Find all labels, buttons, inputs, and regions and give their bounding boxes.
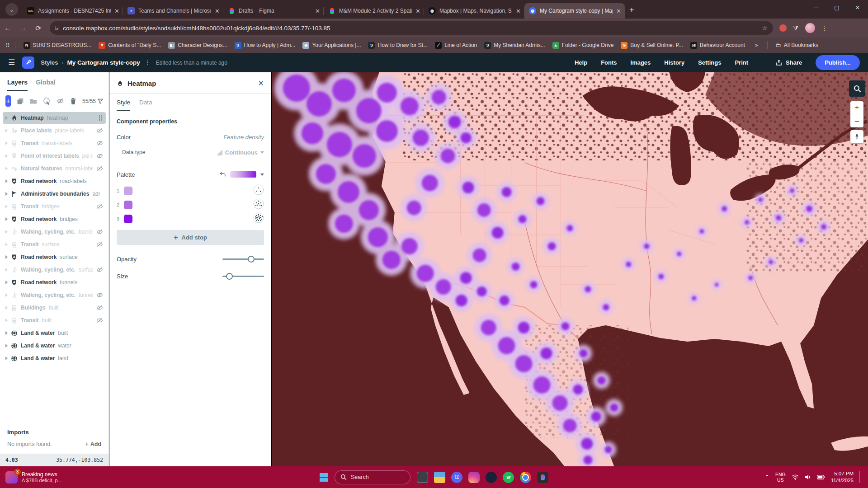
clock[interactable]: 5:07 PM 11/4/2025 (831, 470, 854, 484)
eye-off-icon[interactable] (96, 305, 103, 311)
layer-row-poi-labels[interactable]: Point of interest labelspoi-labels (3, 150, 106, 162)
map-search-button[interactable] (849, 80, 865, 97)
bookmark-item[interactable]: NSUKI'S DISASTROUS... (20, 41, 95, 50)
layer-row-admin[interactable]: Administrative boundariesadmin (3, 188, 106, 200)
layer-row-built[interactable]: Transitbuilt (3, 314, 106, 326)
tab-close-icon[interactable]: ✕ (315, 8, 320, 14)
taskbar-search[interactable]: Search (335, 470, 410, 484)
expand-caret-icon[interactable] (5, 344, 8, 347)
expand-caret-icon[interactable] (5, 154, 8, 158)
layer-row-bridges[interactable]: ARoad networkbridges (3, 213, 106, 225)
bookmark-item[interactable]: SHow to Apply | Adm... (231, 41, 299, 50)
screen-icon[interactable] (417, 472, 428, 483)
forward-button[interactable]: → (15, 24, 31, 32)
eye-off-icon[interactable] (96, 267, 103, 273)
browser-tab[interactable]: ◍Mapbox | Maps, Navigation, Se✕ (424, 3, 524, 19)
eye-off-icon[interactable] (96, 229, 103, 235)
opacity-slider[interactable] (222, 256, 264, 263)
battery-icon[interactable] (817, 475, 825, 479)
bookmark-item[interactable]: bEBehaviour Account (687, 41, 749, 50)
palette-gradient-swatch[interactable] (230, 171, 256, 178)
eye-off-icon[interactable] (96, 127, 103, 134)
browser-tab[interactable]: D2LAssignments - DESN27425 Inte✕ (23, 3, 123, 19)
tab-layers[interactable]: Layers (7, 79, 28, 91)
tab-style[interactable]: Style (117, 99, 130, 111)
color-value[interactable]: Feature density (223, 134, 264, 141)
wifi-icon[interactable] (792, 474, 799, 480)
expand-caret-icon[interactable] (5, 179, 8, 183)
tab-global[interactable]: Global (36, 79, 56, 91)
data-type-dropdown[interactable]: Continuous (217, 149, 264, 156)
spotify-icon[interactable] (503, 472, 514, 483)
stop-color-swatch[interactable] (124, 201, 132, 209)
eye-off-icon[interactable] (96, 203, 103, 210)
layer-row-tunnels[interactable]: Walking, cycling, etc.tunnels (3, 289, 106, 301)
window-maximize-button[interactable]: ▢ (826, 0, 847, 15)
tab-search-chevron-icon[interactable]: ⌄ (5, 3, 18, 16)
expand-caret-icon[interactable] (5, 255, 8, 259)
layer-row-surface[interactable]: ARoad networksurface (3, 251, 106, 263)
layer-row-surface[interactable]: Transitsurface (3, 239, 106, 250)
layer-row-natural-labels[interactable]: Natural featuresnatural-labels (3, 163, 106, 174)
eye-off-icon[interactable] (96, 165, 103, 172)
bookmark-item[interactable]: ▲Folder - Google Drive (549, 41, 618, 50)
size-slider[interactable] (222, 273, 264, 280)
zoom-out-button[interactable]: – (850, 114, 863, 127)
map-canvas[interactable]: + – (272, 72, 868, 466)
eye-off-icon[interactable] (96, 317, 103, 324)
expand-caret-icon[interactable] (5, 243, 8, 246)
expand-caret-icon[interactable] (5, 281, 8, 284)
all-bookmarks-button[interactable]: 🗀 All Bookmarks (772, 41, 822, 50)
expand-caret-icon[interactable] (5, 331, 8, 335)
eye-off-icon[interactable] (96, 292, 103, 298)
show-desktop-strip[interactable] (859, 471, 862, 483)
layer-row-road-labels[interactable]: ARoad networkroad-labels (3, 175, 106, 187)
style-name[interactable]: My Cartogram style-copy (67, 59, 140, 66)
site-info-icon[interactable]: ⍈ (55, 25, 58, 31)
group-folder-icon[interactable] (30, 98, 37, 104)
bookmark-item[interactable]: ⟋Line of Action (431, 41, 481, 50)
tab-close-icon[interactable]: ✕ (114, 8, 119, 14)
expand-caret-icon[interactable] (5, 293, 8, 297)
delete-layer-icon[interactable] (70, 98, 76, 105)
style-options-icon[interactable]: ⋮ (145, 59, 151, 66)
reset-undo-icon[interactable] (219, 171, 226, 178)
discord-icon[interactable]: ᗧ (451, 472, 462, 483)
file-explorer-icon[interactable] (434, 472, 445, 483)
close-panel-icon[interactable]: ✕ (258, 79, 264, 88)
stop-color-swatch[interactable] (124, 215, 132, 223)
expand-caret-icon[interactable] (5, 141, 8, 145)
expand-caret-icon[interactable] (5, 129, 8, 132)
tab-close-icon[interactable]: ✕ (215, 8, 220, 14)
bookmark-star-icon[interactable]: ☆ (762, 24, 768, 32)
tab-close-icon[interactable]: ✕ (415, 8, 420, 14)
zoom-in-button[interactable]: + (850, 101, 863, 114)
expand-caret-icon[interactable] (5, 357, 8, 360)
expand-caret-icon[interactable] (5, 217, 8, 221)
layer-row-built[interactable]: Buildingsbuilt (3, 302, 106, 314)
reload-button[interactable]: ⟳ (31, 24, 46, 33)
opacity-slider-handle[interactable] (248, 256, 255, 263)
tray-chevron-icon[interactable]: ⌃ (765, 474, 769, 480)
share-button[interactable]: Share (776, 59, 802, 66)
eye-off-icon[interactable] (96, 153, 103, 159)
volume-icon[interactable] (805, 474, 811, 480)
eye-off-icon[interactable] (96, 241, 103, 248)
expand-caret-icon[interactable] (5, 192, 8, 196)
imports-add-button[interactable]: + Add (85, 441, 101, 447)
nav-settings[interactable]: Settings (698, 59, 721, 66)
layer-count[interactable]: 55/55 (82, 98, 103, 104)
back-button[interactable]: ← (0, 24, 15, 32)
expand-caret-icon[interactable] (5, 230, 8, 234)
publish-button[interactable]: Publish... (816, 55, 860, 70)
toggle-visibility-icon[interactable] (57, 98, 64, 104)
tab-close-icon[interactable]: ✕ (616, 8, 621, 14)
new-tab-button[interactable]: + (629, 5, 634, 15)
news-widget[interactable]: 3 Breaking news A $78B deficit, p... (0, 466, 67, 488)
layer-row-water[interactable]: Land & waterwater (3, 340, 106, 352)
nav-print[interactable]: Print (735, 59, 748, 66)
menu-hamburger-icon[interactable]: ☰ (8, 58, 15, 67)
bookmark-item[interactable]: ▼Contents of "Daily S... (95, 41, 165, 50)
apps-grid-icon[interactable]: ⠿ (5, 42, 10, 49)
layer-row-land[interactable]: Land & waterland (3, 352, 106, 364)
